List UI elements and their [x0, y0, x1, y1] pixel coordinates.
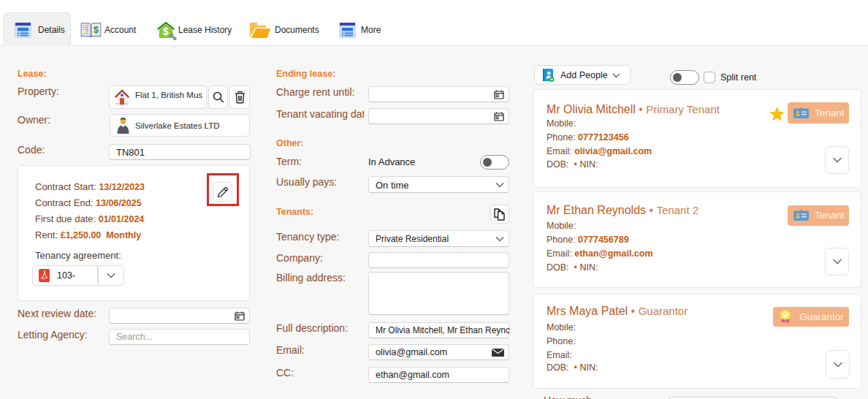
- svg-text:$: $: [163, 26, 169, 37]
- svg-text:$: $: [94, 25, 99, 35]
